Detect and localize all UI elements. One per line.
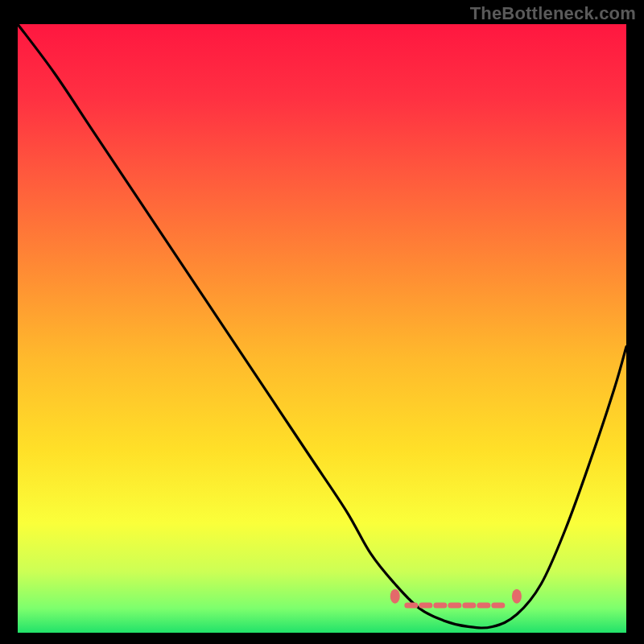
- plateau-end-marker: [512, 589, 522, 604]
- gradient-background: [18, 24, 626, 633]
- chart-svg: [18, 24, 626, 633]
- plateau-start-marker: [390, 589, 400, 604]
- watermark-text: TheBottleneck.com: [470, 3, 636, 24]
- chart-plot: [18, 24, 626, 633]
- chart-frame: TheBottleneck.com: [0, 0, 644, 644]
